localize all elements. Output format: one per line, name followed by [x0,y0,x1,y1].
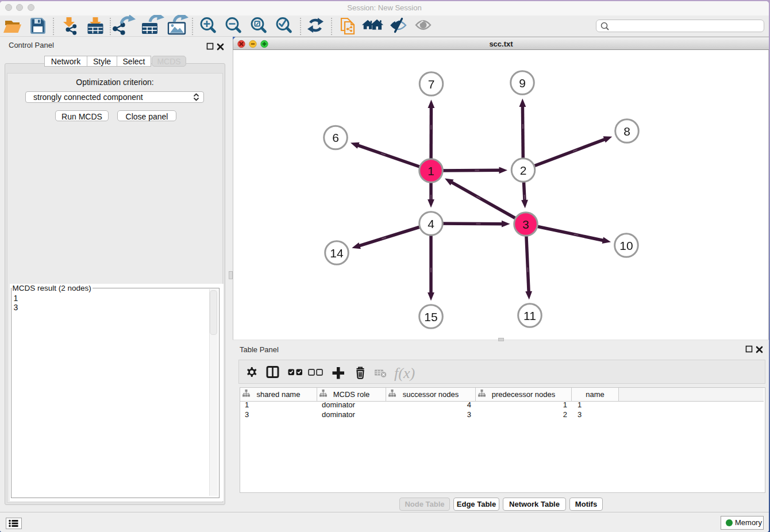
svg-text:10: 10 [619,239,633,252]
svg-text:6: 6 [332,131,339,144]
svg-text:2: 2 [520,164,527,177]
svg-text:1: 1 [428,164,434,178]
svg-text:4: 4 [428,217,434,230]
svg-text:f(x): f(x) [394,365,415,381]
svg-text:14: 14 [330,246,344,260]
svg-text:15: 15 [424,310,437,323]
svg-text:7: 7 [428,78,435,91]
svg-text:11: 11 [523,309,536,322]
svg-text:8: 8 [623,125,630,138]
svg-text:9: 9 [519,76,526,90]
svg-text:3: 3 [522,218,529,231]
